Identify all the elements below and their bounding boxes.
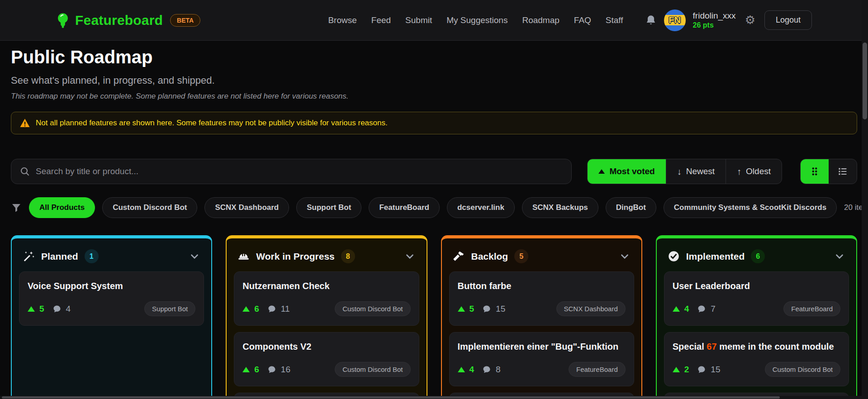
vote-count: 4	[684, 304, 689, 314]
warning-triangle-icon	[19, 118, 30, 128]
upvote-icon[interactable]	[242, 367, 250, 372]
product-tag[interactable]: FeatureBoard	[783, 301, 840, 316]
roadmap-card[interactable]: User Leaderboard 4 7 FeatureBoard	[664, 271, 849, 326]
product-tag[interactable]: Custom Discord Bot	[335, 301, 410, 316]
filter-chip-support-bot[interactable]: Support Bot	[296, 197, 361, 218]
column-work-in-progress: Work in Progress 8 Nutzernamen Check 6 1…	[226, 235, 427, 399]
comment-count: 8	[496, 365, 501, 375]
column-backlog: Backlog 5 Button farbe 5 15 S	[441, 235, 642, 399]
nav-link-feed[interactable]: Feed	[371, 15, 391, 25]
roadmap-card[interactable]: Voice Support System 5 4 Support Bot	[19, 271, 204, 326]
upvote-icon[interactable]	[242, 306, 250, 312]
filter-chip-featureboard[interactable]: FeatureBoard	[369, 197, 440, 218]
comment-icon	[52, 304, 62, 314]
comment-count: 11	[281, 304, 290, 314]
chevron-down-icon[interactable]	[404, 251, 416, 262]
filter-chip-dingbot[interactable]: DingBot	[606, 197, 656, 218]
upvote-icon[interactable]	[673, 367, 680, 372]
vote-count: 2	[684, 365, 689, 375]
column-count-badge: 6	[751, 249, 765, 263]
chevron-down-icon[interactable]	[834, 251, 845, 262]
roadmap-card[interactable]: Special 67 meme in the count module 2 15…	[664, 332, 849, 386]
roadmap-card[interactable]: Implementieren einer "Bug"-Funktion 4 8 …	[449, 332, 634, 386]
column-header: Work in Progress 8	[234, 246, 419, 265]
product-tag[interactable]: Support Bot	[144, 301, 195, 316]
card-list: Button farbe 5 15 SCNX Dashboard Impleme…	[449, 271, 634, 399]
kanban-board: Planned 1 Voice Support System 5 4	[11, 235, 857, 399]
vote-count: 4	[470, 365, 474, 375]
avatar-initials: FN	[669, 15, 681, 25]
vertical-scrollbar-thumb[interactable]	[863, 43, 867, 119]
view-toggle	[800, 159, 857, 184]
user-meta: fridolin_xxx 26 pts	[693, 11, 736, 30]
nav-link-faq[interactable]: FAQ	[574, 15, 591, 25]
filter-chip-dcserver-link[interactable]: dcserver.link	[447, 197, 515, 218]
upvote-icon[interactable]	[28, 306, 35, 312]
horizontal-scrollbar-thumb[interactable]	[2, 396, 780, 399]
comment-count: 7	[711, 304, 716, 314]
nav-link-my-suggestions[interactable]: My Suggestions	[446, 15, 508, 25]
column-count-badge: 1	[85, 249, 99, 263]
card-meta: 6 11 Custom Discord Bot	[242, 301, 410, 316]
card-meta: 4 8 FeatureBoard	[458, 362, 626, 377]
product-tag[interactable]: Custom Discord Bot	[765, 362, 840, 377]
card-title-highlight: 67	[707, 342, 716, 352]
upvote-icon[interactable]	[673, 306, 680, 312]
filter-chip-custom-discord-bot[interactable]: Custom Discord Bot	[102, 197, 197, 218]
upvote-icon[interactable]	[458, 367, 465, 372]
sort-oldest-button[interactable]: ↑ Oldest	[726, 159, 782, 184]
sort-newest-button[interactable]: ↓ Newest	[666, 159, 726, 184]
sort-label: Newest	[686, 166, 715, 176]
main-content: Public Roadmap See what's planned, in pr…	[0, 47, 868, 399]
roadmap-disclaimer: This roadmap may not be complete. Some p…	[11, 92, 857, 101]
card-meta: 5 15 SCNX Dashboard	[458, 301, 626, 316]
filter-chip-community-systems[interactable]: Community Systems & ScootKit Discords	[664, 197, 837, 218]
upvote-icon[interactable]	[458, 306, 465, 312]
comment-icon	[697, 365, 706, 374]
notification-bell-icon[interactable]	[645, 14, 657, 26]
horizontal-scrollbar[interactable]	[0, 396, 862, 399]
toolbar: Most voted ↓ Newest ↑ Oldest	[11, 159, 857, 184]
vote-count: 5	[470, 304, 474, 314]
roadmap-card[interactable]: Nutzernamen Check 6 11 Custom Discord Bo…	[234, 271, 419, 326]
filter-chip-scnx-dashboard[interactable]: SCNX Dashboard	[204, 197, 289, 218]
card-title: Button farbe	[458, 281, 626, 291]
logout-button[interactable]: Logout	[764, 10, 812, 30]
beta-badge: BETA	[170, 14, 200, 27]
search-input[interactable]	[36, 166, 563, 176]
up-arrow-icon: ↑	[737, 166, 741, 177]
vote-count: 5	[39, 304, 44, 314]
magic-wand-icon	[23, 250, 35, 262]
chevron-down-icon[interactable]	[189, 251, 200, 262]
card-title: Voice Support System	[28, 281, 195, 291]
settings-gear-icon[interactable]: ⚙	[745, 13, 755, 27]
list-view-button[interactable]	[829, 159, 857, 184]
search-icon	[19, 166, 30, 177]
roadmap-card[interactable]: Button farbe 5 15 SCNX Dashboard	[449, 271, 634, 326]
lightbulb-icon	[56, 13, 70, 28]
sort-label: Most voted	[609, 166, 655, 176]
vertical-scrollbar[interactable]	[862, 0, 868, 399]
column-header: Implemented 6	[664, 246, 849, 265]
roadmap-card[interactable]: Components V2 6 16 Custom Discord Bot	[234, 332, 419, 386]
nav-link-staff[interactable]: Staff	[606, 15, 623, 25]
nav-user-area: FN fridolin_xxx 26 pts ⚙ Logout	[645, 10, 812, 31]
featureboard-logo[interactable]: Featureboard BETA	[56, 13, 200, 28]
product-tag[interactable]: FeatureBoard	[569, 362, 626, 377]
filter-chip-all-products[interactable]: All Products	[29, 197, 95, 218]
product-tag[interactable]: Custom Discord Bot	[335, 362, 410, 377]
filter-chip-scnx-backups[interactable]: SCNX Backups	[522, 197, 598, 218]
hammer-icon	[453, 250, 465, 262]
chevron-down-icon[interactable]	[619, 251, 631, 262]
card-list: Voice Support System 5 4 Support Bot	[19, 271, 204, 326]
card-list: User Leaderboard 4 7 FeatureBoard Specia…	[664, 271, 849, 399]
nav-link-roadmap[interactable]: Roadmap	[522, 15, 559, 25]
comment-icon	[267, 304, 276, 314]
grid-view-button[interactable]	[801, 159, 829, 184]
sort-most-voted-button[interactable]: Most voted	[588, 159, 666, 184]
comment-count: 15	[496, 304, 505, 314]
nav-link-browse[interactable]: Browse	[328, 15, 356, 25]
product-tag[interactable]: SCNX Dashboard	[556, 301, 626, 316]
avatar[interactable]: FN	[664, 10, 686, 31]
nav-link-submit[interactable]: Submit	[405, 15, 432, 25]
